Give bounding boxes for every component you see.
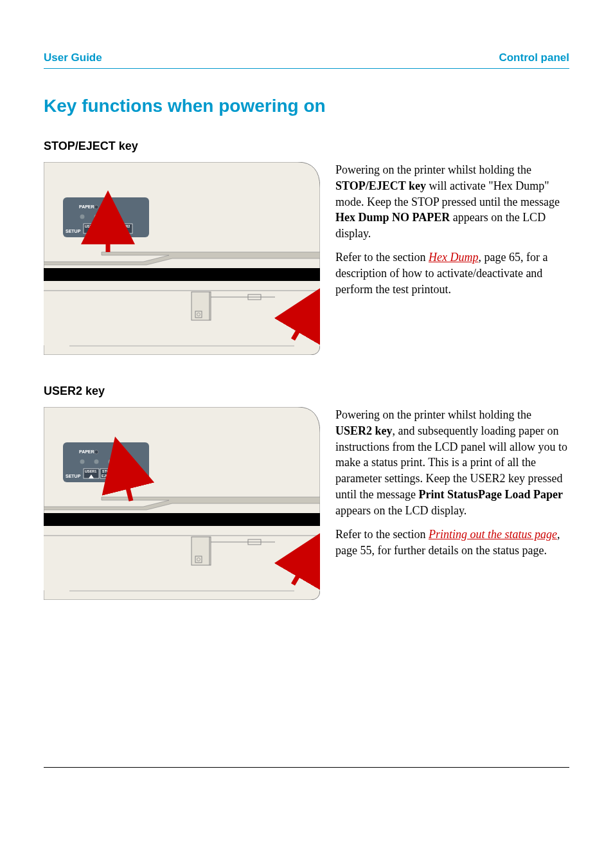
svg-text:PAPER: PAPER [79, 449, 94, 454]
svg-text:STOP: STOP [102, 469, 112, 473]
section1-heading: STOP/EJECT key [44, 140, 569, 153]
svg-text:STOP: STOP [102, 224, 112, 228]
status-page-link[interactable]: Printing out the status page [429, 528, 557, 541]
svg-point-33 [94, 460, 99, 464]
section1-text: Powering on the printer whilst holding t… [335, 162, 569, 355]
svg-point-34 [109, 460, 113, 464]
svg-point-3 [80, 215, 85, 219]
svg-text:PAPER: PAPER [79, 204, 94, 209]
section1-paragraph1: Powering on the printer whilst holding t… [335, 162, 569, 242]
svg-rect-14 [44, 268, 320, 281]
svg-point-4 [94, 215, 99, 219]
svg-text:USER2: USER2 [118, 469, 130, 473]
svg-rect-17 [191, 292, 211, 320]
section2-paragraph1: Powering on the printer whilst holding t… [335, 407, 569, 519]
svg-point-31 [94, 450, 98, 454]
section2-paragraph2: Refer to the section Printing out the st… [335, 527, 569, 559]
svg-text:SETUP: SETUP [66, 474, 81, 478]
svg-point-2 [94, 205, 98, 209]
svg-text:SETUP: SETUP [66, 229, 81, 233]
page-header: User Guide Control panel [44, 51, 569, 69]
svg-text:USER1: USER1 [85, 224, 96, 228]
svg-rect-46 [191, 537, 211, 565]
section1-paragraph2: Refer to the section Hex Dump, page 65, … [335, 249, 569, 297]
svg-rect-43 [44, 513, 320, 526]
svg-text:USER1: USER1 [85, 469, 96, 473]
header-left: User Guide [44, 51, 102, 64]
hex-dump-link[interactable]: Hex Dump [429, 251, 478, 264]
svg-point-5 [109, 215, 113, 219]
section-user2: USER2 key PAPER SETUP [44, 384, 569, 600]
printer-illustration-user2: PAPER SETUP USER1 STOP EJECT [44, 407, 320, 600]
svg-text:EJECT: EJECT [102, 229, 113, 233]
printer-illustration-stop: PAPER SETUP USER1 STOP EJEC [44, 162, 320, 355]
section-stop-eject: STOP/EJECT key PAPER [44, 140, 569, 355]
svg-text:USER2: USER2 [118, 224, 130, 228]
footer-rule [44, 767, 569, 768]
page-title: Key functions when powering on [44, 96, 569, 116]
svg-text:EJECT: EJECT [102, 474, 113, 478]
section2-text: Powering on the printer whilst holding t… [335, 407, 569, 600]
section2-heading: USER2 key [44, 384, 569, 398]
header-right: Control panel [499, 51, 569, 64]
svg-point-32 [80, 460, 85, 464]
